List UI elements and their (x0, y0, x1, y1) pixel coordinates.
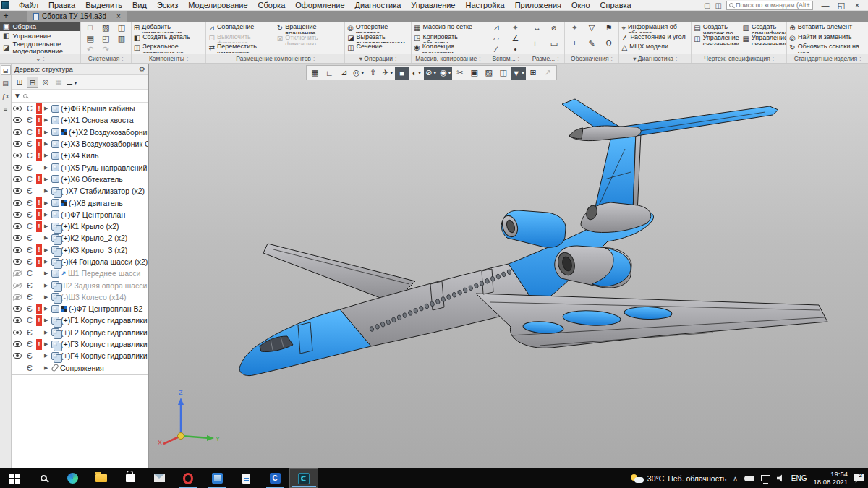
menu-item[interactable]: Окно (566, 1, 595, 9)
dim-box[interactable]: ▭ (546, 38, 561, 53)
object-info[interactable]: ⌖Информация об объекте (621, 23, 689, 33)
tab-close-icon[interactable]: × (116, 12, 121, 20)
visibility-eye-icon[interactable] (13, 235, 22, 241)
expand-arrow-icon[interactable]: ▶ (44, 270, 50, 276)
distance-angle[interactable]: ∠Расстояние и угол (621, 33, 689, 43)
app-c[interactable]: C (260, 468, 289, 488)
visibility-eye-icon[interactable] (13, 117, 22, 123)
tree-row[interactable]: Є ! ▶ ↗ (+)Г1 Корпус гидравлики (x2) (12, 314, 148, 326)
tree-row[interactable]: Є ! ▶ ↗ (+)Г2 Корпус гидравлики (x2) (12, 327, 148, 338)
menu-item[interactable]: Сборка (253, 1, 291, 9)
expand-arrow-icon[interactable]: ▶ (44, 153, 50, 158)
menu-item[interactable]: Управление (406, 1, 460, 9)
menu-item[interactable]: Оформление (290, 1, 349, 9)
tu-154-model[interactable] (149, 64, 868, 468)
panel-fx[interactable]: ƒx (1, 91, 11, 101)
tree-row[interactable]: Є ! ▶ ↗ (+)К3 Крыло_3 (x2) (12, 244, 148, 256)
document-tab[interactable]: Сборка ТУ-154.a3d × (27, 11, 127, 22)
menu-item[interactable]: Файл (14, 1, 43, 9)
tree-row[interactable]: Є ! ▶ ↗ Ш2 Задняя опора шасси (x2) (12, 279, 148, 291)
new-document[interactable]: □ (83, 22, 98, 33)
expand-arrow-icon[interactable]: ▶ (44, 129, 50, 135)
expand-arrow-icon[interactable]: ▶ (44, 165, 50, 171)
large-assembly-mode[interactable]: ⊞ (527, 67, 540, 80)
zone[interactable]: ▨ (482, 67, 495, 80)
expand-arrow-icon[interactable]: ▶ (44, 188, 50, 194)
note-omega[interactable]: Ω (601, 38, 617, 53)
tree-relations[interactable]: ☰ (66, 77, 77, 88)
visibility-eye-icon[interactable] (13, 341, 22, 347)
opera[interactable] (174, 468, 203, 488)
tree-row[interactable]: Є ! ▶ ↗ (+)Х4 Киль (12, 150, 148, 161)
tree-structure-view[interactable]: ⊞ (14, 77, 25, 88)
dim-linear[interactable]: ↔ (529, 22, 545, 38)
tree-row[interactable]: Є ! ▶ ↗ (-)Х7 Стабилизатор (x2) (12, 185, 148, 197)
note-tolerance[interactable]: ± (567, 38, 583, 53)
clip-plane[interactable]: ✂ (453, 67, 467, 80)
simple-hole[interactable]: ◎Отверстие простое (347, 23, 409, 33)
network-icon[interactable] (761, 475, 770, 481)
manage-linked-specs[interactable]: ▦Управление связанными с... (742, 34, 786, 45)
menu-item[interactable]: Настройка (460, 1, 509, 9)
create-specification[interactable]: ▥Создать спецификаци... (742, 23, 786, 34)
menu-item[interactable]: Выделить (80, 1, 127, 9)
filter-objects[interactable]: ▼ (511, 67, 525, 80)
menu-item[interactable]: Приложения (510, 1, 566, 9)
geometry-collection[interactable]: ◉Коллекция геометрии (414, 43, 482, 53)
expand-arrow-icon[interactable]: ▶ (44, 294, 50, 300)
local-csys[interactable]: ∟ (323, 67, 336, 80)
expand-arrow-icon[interactable]: ▶ (44, 117, 50, 123)
dim-diameter[interactable]: ⌀ (546, 22, 561, 38)
display-shaded[interactable]: ■ (395, 67, 409, 80)
visibility-eye-icon[interactable] (13, 306, 22, 312)
measure[interactable]: ↗ (541, 67, 555, 80)
menu-item[interactable]: Правка (43, 1, 80, 9)
visibility-eye-icon[interactable] (13, 294, 22, 300)
onedrive-cloud-icon[interactable] (744, 476, 754, 481)
section[interactable]: ◫Сечение (347, 43, 409, 53)
expand-arrow-icon[interactable]: ▶ (44, 353, 50, 359)
tree-row[interactable]: Є ! ▶ ↗ Сопряжения (12, 362, 148, 374)
disable-fixation[interactable]: ⊠Отключить фиксацию (277, 34, 342, 45)
layout-toggle-icon-2[interactable]: ◫ (715, 1, 722, 9)
microsoft-store[interactable] (116, 468, 145, 488)
tree-row[interactable]: Є ! ▶ ↗ (+)К2 Крыло_2 (x2) (12, 232, 148, 244)
expand-arrow-icon[interactable]: ▶ (44, 223, 50, 229)
language-indicator[interactable]: ENG (791, 474, 807, 482)
menu-item[interactable]: Справка (595, 1, 637, 9)
command-search-input[interactable] (736, 1, 810, 9)
panel-parameters[interactable]: ▤ (1, 78, 11, 88)
expand-arrow-icon[interactable]: ▶ (44, 212, 50, 218)
find-replace[interactable]: ◎Найти и заменить (789, 33, 866, 43)
start-button[interactable] (0, 468, 29, 488)
visibility-eye-icon[interactable] (13, 223, 22, 229)
expand-arrow-icon[interactable]: ▶ (44, 235, 50, 241)
tree-row[interactable]: Є ! ▶ ↗ (+)К1 Крыло (x2) (12, 221, 148, 232)
document-manager[interactable]: ▥ (114, 33, 129, 43)
panel-tree[interactable]: ⊟ (1, 65, 11, 75)
expand-arrow-icon[interactable]: ▶ (44, 176, 50, 182)
clip-box[interactable]: ▣ (467, 67, 481, 80)
tree-row[interactable]: Є ! ▶ ↗ (-)К4 Гондола шасси (x2) (12, 256, 148, 267)
visibility-eye-icon[interactable] (13, 353, 22, 359)
section-view[interactable]: ◫ (496, 67, 510, 80)
viewport-3d[interactable]: ▦∟⊿◎⇧✈■◐⊘◉✂▣▨◫▼⊞↗ (149, 64, 868, 468)
tree-row[interactable]: Є ! ▶ ↗ (+)Х1 Основа хвоста (12, 114, 148, 126)
menu-item[interactable]: Моделирование (183, 1, 252, 9)
print[interactable]: ▤ (83, 33, 98, 43)
mass-properties[interactable]: △МЦХ модели (621, 43, 689, 53)
copy-objects[interactable]: ◳Копировать объекты (414, 33, 482, 43)
expand-arrow-icon[interactable]: ▶ (44, 283, 50, 288)
insert-element[interactable]: ⊕Вставить элемент (789, 23, 866, 33)
visibility-eye-icon[interactable] (13, 106, 22, 111)
rotation-rotation[interactable]: ↻Вращение-вращение (277, 23, 342, 34)
visibility-eye-icon[interactable] (13, 129, 22, 135)
menu-item[interactable]: Эскиз (152, 1, 183, 9)
layout-toggle-icon-1[interactable]: ▢ (704, 1, 710, 9)
tree-search[interactable]: ◎ (40, 77, 51, 88)
command-search[interactable] (726, 1, 813, 10)
menu-item[interactable]: Вид (127, 1, 152, 9)
visibility-eye-icon[interactable] (13, 176, 22, 182)
csys-plane[interactable]: ⊿ (337, 67, 351, 80)
orientation-up[interactable]: ⇧ (366, 67, 380, 80)
